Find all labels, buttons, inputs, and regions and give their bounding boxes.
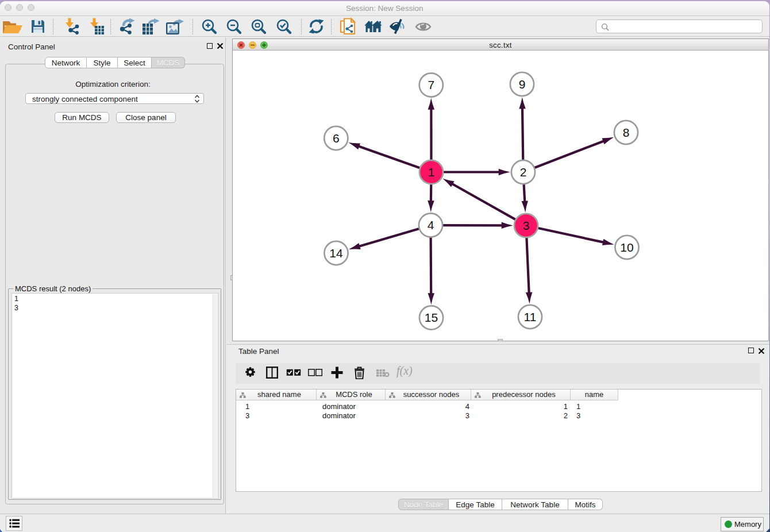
svg-text:11: 11 [524,310,537,323]
svg-text:6: 6 [333,132,340,145]
svg-text:15: 15 [425,311,438,324]
svg-text:4: 4 [428,218,434,232]
svg-text:2: 2 [520,165,527,179]
svg-text:10: 10 [620,241,633,254]
svg-text:7: 7 [428,78,434,91]
svg-text:8: 8 [623,126,630,139]
svg-text:9: 9 [519,78,526,91]
svg-text:3: 3 [523,219,530,232]
svg-text:14: 14 [329,246,343,260]
svg-text:1: 1 [428,165,435,179]
